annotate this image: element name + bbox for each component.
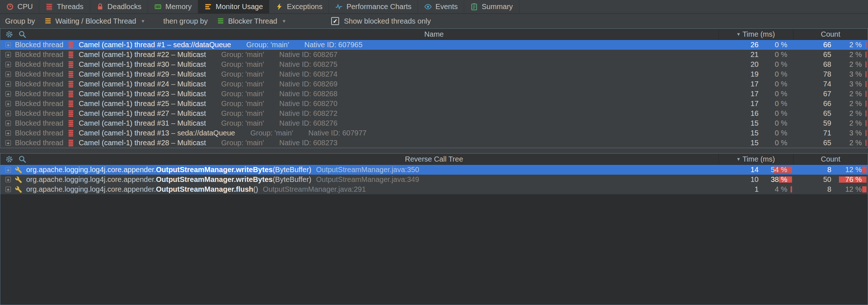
thread-group: Group: 'main': [221, 99, 264, 108]
count-pct-cell: 2 %: [831, 41, 868, 49]
time-pct-cell: 0 %: [759, 90, 793, 98]
column-header-time[interactable]: ▾ Time (ms): [719, 154, 793, 164]
tab-performance-charts[interactable]: Performance Charts: [329, 0, 418, 13]
time-ms-value: 17: [719, 99, 759, 108]
call-tree-row[interactable]: org.apache.logging.log4j.core.appender.O…: [0, 184, 868, 194]
thread-native-id: Native ID: 608274: [279, 70, 337, 78]
expand-icon[interactable]: [5, 177, 11, 182]
checkbox-checked-icon[interactable]: [331, 17, 339, 25]
expand-icon[interactable]: [5, 167, 11, 172]
thread-native-id: Native ID: 608272: [279, 109, 337, 118]
tab-deadlocks[interactable]: Deadlocks: [90, 0, 148, 13]
deadlocks-lock-icon: [96, 3, 104, 11]
blocked-thread-icon: [68, 130, 74, 137]
time-ms-value: 15: [719, 139, 759, 147]
panel-splitter[interactable]: [0, 148, 868, 153]
cpu-clock-icon: [6, 3, 14, 11]
expand-icon[interactable]: [5, 81, 11, 87]
time-ms-value: 1: [719, 185, 759, 194]
method-package: org.apache.logging.log4j.core.appender.: [26, 175, 156, 183]
count-pct-value: 12 %: [845, 185, 862, 193]
tab-exceptions[interactable]: Exceptions: [269, 0, 329, 13]
count-pct-cell: 3 %: [831, 129, 868, 137]
thread-row[interactable]: Blocked thread Camel (camel-1) thread #1…: [0, 40, 868, 50]
thread-row[interactable]: Blocked thread Camel (camel-1) thread #3…: [0, 118, 868, 128]
tab-label: Exceptions: [287, 3, 322, 11]
expand-icon[interactable]: [5, 101, 11, 106]
thread-row[interactable]: Blocked thread Camel (camel-1) thread #2…: [0, 89, 868, 99]
pct-bar: [791, 186, 792, 192]
expand-icon[interactable]: [5, 72, 11, 77]
expand-icon[interactable]: [5, 187, 11, 192]
expand-icon[interactable]: [5, 91, 11, 97]
thread-row[interactable]: Blocked thread Camel (camel-1) thread #3…: [0, 60, 868, 69]
thread-row[interactable]: Blocked thread Camel (camel-1) thread #2…: [0, 79, 868, 89]
time-pct-cell: 4 %: [759, 185, 793, 194]
events-eye-icon: [424, 3, 432, 11]
count-value: 68: [793, 60, 831, 69]
pct-bar: [865, 42, 867, 48]
time-ms-value: 17: [719, 90, 759, 98]
time-pct-value: 0 %: [775, 90, 787, 98]
method-signature: org.apache.logging.log4j.core.appender.O…: [26, 166, 312, 174]
thread-name: Camel (camel-1) thread #28 – Multicast: [79, 139, 206, 147]
tab-label: CPU: [17, 3, 33, 11]
tab-memory[interactable]: Memory: [148, 0, 198, 13]
column-header-time[interactable]: ▾ Time (ms): [719, 29, 793, 40]
thread-row[interactable]: Blocked thread Camel (camel-1) thread #2…: [0, 109, 868, 118]
count-value: 78: [793, 70, 831, 78]
count-value: 66: [793, 41, 831, 49]
pct-bar: [862, 186, 867, 192]
count-pct-value: 76 %: [845, 175, 862, 183]
count-pct-cell: 12 %: [831, 185, 868, 194]
column-header-count[interactable]: Count: [793, 29, 868, 40]
show-blocked-threads-toggle[interactable]: Show blocked threads only: [331, 17, 431, 25]
gear-icon[interactable]: [5, 155, 13, 163]
expand-icon[interactable]: [5, 111, 11, 116]
thread-kind-label: Blocked thread: [15, 90, 63, 98]
expand-icon[interactable]: [5, 52, 11, 57]
call-tree-row[interactable]: org.apache.logging.log4j.core.appender.O…: [0, 165, 868, 175]
count-pct-cell: 12 %: [831, 166, 868, 174]
thread-native-id: Native ID: 608276: [279, 119, 337, 127]
thread-native-id: Native ID: 608273: [279, 139, 337, 147]
time-pct-value: 0 %: [775, 109, 787, 117]
tab-summary[interactable]: Summary: [464, 0, 519, 13]
gear-icon[interactable]: [5, 30, 13, 38]
thread-row[interactable]: Blocked thread Camel (camel-1) thread #1…: [0, 128, 868, 138]
search-icon[interactable]: [18, 30, 27, 38]
sort-desc-icon: ▾: [737, 156, 740, 162]
thread-row[interactable]: Blocked thread Camel (camel-1) thread #2…: [0, 99, 868, 109]
count-pct-cell: 2 %: [831, 99, 868, 108]
call-tree-row[interactable]: org.apache.logging.log4j.core.appender.O…: [0, 175, 868, 184]
expand-icon[interactable]: [5, 62, 11, 67]
search-icon[interactable]: [18, 155, 27, 163]
thread-row[interactable]: Blocked thread Camel (camel-1) thread #2…: [0, 50, 868, 60]
call-tree-header: Reverse Call Tree ▾ Time (ms) Count: [0, 154, 868, 165]
thread-row[interactable]: Blocked thread Camel (camel-1) thread #2…: [0, 138, 868, 148]
expand-icon[interactable]: [5, 130, 11, 136]
pct-bar: [865, 91, 867, 97]
method-name: OutputStreamManager.writeBytes: [156, 175, 273, 183]
expand-icon[interactable]: [5, 140, 11, 146]
thread-row[interactable]: Blocked thread Camel (camel-1) thread #2…: [0, 69, 868, 79]
filter-bar: Group by Waiting / Blocked Thread ▾ then…: [0, 14, 868, 28]
method-args: (): [253, 185, 258, 193]
tab-monitor-usage[interactable]: Monitor Usage: [198, 0, 269, 13]
blocked-thread-icon: [68, 110, 74, 117]
count-pct-cell: 2 %: [831, 119, 868, 127]
thread-native-id: Native ID: 608275: [279, 60, 337, 69]
tab-events[interactable]: Events: [418, 0, 464, 13]
thread-kind-label: Blocked thread: [15, 99, 63, 108]
tab-threads[interactable]: Threads: [39, 0, 90, 13]
expand-icon[interactable]: [5, 42, 11, 48]
time-pct-value: 0 %: [775, 80, 787, 88]
then-group-by-dropdown[interactable]: Blocker Thread ▾: [214, 16, 288, 27]
time-ms-value: 16: [719, 109, 759, 118]
tab-cpu[interactable]: CPU: [0, 0, 39, 13]
thread-group: Group: 'main': [221, 60, 264, 69]
column-header-count[interactable]: Count: [793, 154, 868, 164]
group-by-dropdown[interactable]: Waiting / Blocked Thread ▾: [41, 16, 147, 27]
expand-icon[interactable]: [5, 121, 11, 126]
pct-bar: [865, 71, 867, 77]
